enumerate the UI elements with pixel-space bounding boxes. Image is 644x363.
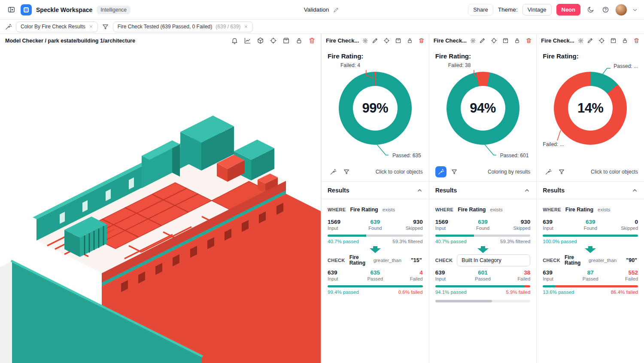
check-value: "15" (411, 257, 423, 263)
package-icon[interactable] (502, 37, 509, 44)
gear-icon[interactable] (578, 37, 583, 44)
donut-percent: 14% (554, 72, 627, 145)
chevron-down-icon[interactable] (632, 7, 638, 13)
edit-title-pencil-icon[interactable] (332, 6, 340, 14)
lock-icon[interactable] (514, 37, 520, 44)
colorize-button[interactable] (328, 166, 339, 177)
lock-icon[interactable] (407, 37, 413, 44)
help-icon[interactable] (600, 5, 611, 15)
gear-icon[interactable] (470, 37, 476, 44)
isolate-filter-chip[interactable]: Fire Check Tested (639 Passed, 0 Failed)… (113, 21, 253, 32)
filter-button[interactable] (449, 166, 460, 177)
lock-icon[interactable] (622, 37, 628, 44)
donut-chart[interactable]: 14% (554, 72, 627, 145)
speckle-logo-icon[interactable] (21, 4, 32, 15)
stat-value: 635 (359, 269, 391, 276)
flow-arrow-icon (370, 246, 381, 253)
chip-label: Fire Check Tested (639 Passed, 0 Failed) (118, 24, 213, 30)
crosshair-icon[interactable] (491, 37, 497, 44)
results-title: Results (328, 187, 349, 194)
rating-label: Fire Rating: (543, 52, 638, 60)
filter-button[interactable] (341, 166, 352, 177)
stat-value: 930 (498, 219, 530, 225)
results-header[interactable]: Results (322, 181, 429, 199)
panel-header: Fire Check... (322, 34, 429, 47)
rating-label: Fire Rating: (328, 52, 423, 60)
trash-icon[interactable] (633, 37, 640, 44)
where-progress-bar (435, 235, 531, 237)
trash-icon[interactable] (526, 37, 532, 44)
bell-icon[interactable] (231, 37, 238, 44)
color-filter-chip[interactable]: Color By Fire Check Results (16, 21, 98, 32)
moon-icon[interactable] (585, 5, 595, 15)
trash-icon[interactable] (308, 37, 316, 44)
panel-title: Fire Check... (326, 37, 359, 44)
stat-value: 639 (543, 219, 574, 225)
results-header[interactable]: Results (537, 181, 644, 199)
panel-title: Fire Check... (434, 37, 467, 44)
package-icon[interactable] (283, 37, 290, 44)
chevron-up-icon[interactable] (416, 187, 423, 194)
stat-label: Input (543, 276, 574, 281)
stat-label: Failed (606, 276, 638, 281)
topbar: Speckle Workspace Intelligence Validatio… (0, 0, 644, 20)
donut-percent: 94% (447, 72, 519, 145)
chevron-up-icon[interactable] (632, 187, 638, 194)
stat-value: 38 (498, 269, 530, 276)
scrollbar-thumb[interactable] (435, 300, 492, 302)
close-icon[interactable] (89, 24, 93, 29)
theme-neon-button[interactable]: Neon (556, 4, 581, 15)
filter-button[interactable] (556, 166, 567, 177)
filtered-percent: 59.3% filtered (500, 239, 530, 244)
donut-chart[interactable]: 94% (447, 72, 519, 145)
gear-icon[interactable] (362, 37, 368, 44)
package-icon[interactable] (395, 37, 401, 44)
close-icon[interactable] (244, 24, 248, 29)
colorize-button[interactable] (543, 166, 554, 177)
donut-chart[interactable]: 99% (339, 72, 412, 145)
crosshair-icon[interactable] (598, 37, 605, 44)
chip-label: Color By Fire Check Results (21, 24, 85, 30)
donut-action-text: Click to color objects (591, 169, 638, 175)
check-panel-3: Fire Check... Fire Rating: 14% (536, 34, 644, 363)
stat-label: Skipped (606, 226, 638, 231)
lock-icon[interactable] (295, 37, 303, 44)
cube-icon[interactable] (257, 37, 264, 44)
failed-percent: 0.6% failed (398, 290, 423, 295)
horizontal-scrollbar[interactable] (435, 300, 531, 302)
share-button[interactable]: Share (468, 4, 493, 15)
check-progress-bar (543, 285, 638, 287)
colorize-icon[interactable] (5, 23, 12, 31)
rating-label: Fire Rating: (435, 52, 531, 60)
donut-percent: 99% (339, 72, 412, 145)
check-input[interactable]: Built In Category (457, 254, 530, 266)
crosshair-icon[interactable] (383, 37, 390, 44)
sidebar-collapse-icon[interactable] (6, 5, 16, 15)
stat-value: 4 (391, 269, 423, 276)
pencil-icon[interactable] (587, 37, 593, 44)
colorize-button[interactable] (435, 166, 447, 177)
check-panel-2: Fire Check... Fire Rating: 94% (429, 34, 537, 363)
check-field: Fire Rating (349, 255, 369, 266)
model-3d-canvas[interactable] (0, 47, 321, 363)
crosshair-icon[interactable] (270, 37, 277, 44)
pencil-icon[interactable] (372, 37, 378, 44)
stat-label: Input (435, 276, 467, 281)
stat-label: Skipped (498, 226, 530, 231)
passed-percent: 99.4% passed (328, 290, 359, 295)
funnel-icon[interactable] (102, 23, 109, 31)
where-field: Fire Rating (565, 207, 593, 213)
failed-percent: 86.4% failed (611, 290, 638, 295)
package-icon[interactable] (610, 37, 617, 44)
results-header[interactable]: Results (429, 181, 537, 199)
avatar[interactable] (615, 4, 627, 16)
chart-icon[interactable] (244, 37, 251, 44)
donut-area: 99% Failed: 4 Passed: 635 (328, 60, 423, 165)
trash-icon[interactable] (418, 37, 425, 44)
theme-vintage-button[interactable]: Vintage (522, 4, 552, 15)
stat-value: 639 (328, 269, 359, 276)
passed-percent: 94.1% passed (435, 290, 467, 295)
pencil-icon[interactable] (479, 37, 486, 44)
chevron-up-icon[interactable] (524, 187, 530, 194)
check-keyword: CHECK (543, 258, 560, 263)
